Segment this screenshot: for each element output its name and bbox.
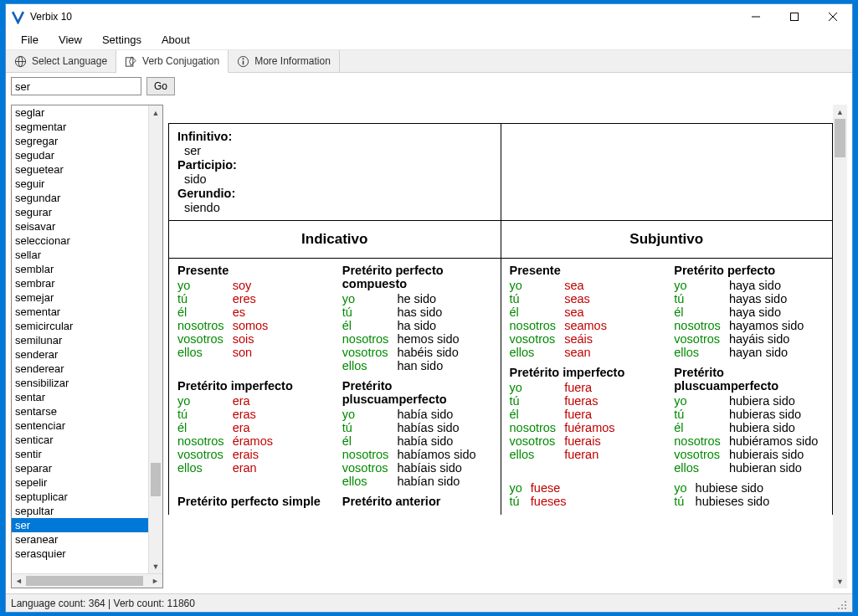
tense-block: Pretérito imperfectoyoeratúeraséleranoso… — [177, 379, 327, 488]
pronoun: vosotros — [342, 346, 398, 359]
close-button[interactable] — [814, 4, 852, 29]
tab-label: Select Language — [32, 55, 107, 67]
verb-form: habías sido — [397, 421, 475, 434]
statusbar: Language count: 364 | Verb count: 11860 — [6, 593, 852, 612]
verb-form: somos — [233, 319, 269, 332]
tense-title: Pretérito perfecto — [674, 264, 824, 277]
scroll-up-icon[interactable]: ▲ — [149, 105, 162, 120]
list-item[interactable]: seleccionar — [12, 234, 148, 248]
verb-form: habían sido — [397, 475, 475, 488]
menu-view[interactable]: View — [50, 32, 90, 48]
pronoun: él — [510, 305, 565, 319]
list-item[interactable]: serasquier — [12, 547, 148, 561]
go-button[interactable]: Go — [146, 77, 175, 95]
menu-settings[interactable]: Settings — [94, 32, 150, 48]
tense-block: Pretérito imperfectoyofueratúfuerasélfue… — [510, 366, 660, 475]
list-item[interactable]: semicircular — [12, 319, 148, 333]
verb-form: seas — [564, 292, 607, 305]
verb-form: habíais sido — [397, 461, 475, 475]
titlebar[interactable]: Verbix 10 — [6, 4, 852, 29]
list-item[interactable]: segregar — [12, 134, 148, 148]
list-item[interactable]: sentir — [12, 447, 148, 461]
list-item[interactable]: ser — [12, 518, 148, 532]
list-item[interactable]: sentar — [12, 390, 148, 404]
list-item[interactable]: sellar — [12, 248, 148, 262]
menu-about[interactable]: About — [153, 32, 198, 48]
scroll-thumb[interactable] — [835, 119, 845, 157]
gerundio-label: Gerundio: — [177, 187, 235, 200]
list-item[interactable]: septuplicar — [12, 490, 148, 504]
conjugation-pane: Infinitivo: ser Participio: sido Gerundi… — [168, 105, 847, 588]
scroll-right-icon[interactable]: ► — [148, 574, 162, 588]
list-item[interactable]: senticar — [12, 433, 148, 447]
verb-form: hubiese sido — [696, 481, 770, 495]
pronoun: vosotros — [674, 448, 729, 461]
tab-more-information[interactable]: More Information — [229, 50, 340, 72]
list-item[interactable]: sementar — [12, 305, 148, 319]
pronoun: vosotros — [342, 461, 398, 475]
minimize-button[interactable] — [737, 4, 775, 29]
svg-point-15 — [841, 608, 843, 609]
list-item[interactable]: sentarse — [12, 404, 148, 418]
pronoun: tú — [674, 292, 729, 305]
verb-form: soy — [233, 279, 269, 292]
verb-form: haya sido — [729, 279, 804, 292]
scroll-thumb[interactable] — [151, 463, 161, 496]
list-item[interactable]: sepelir — [12, 475, 148, 490]
list-item[interactable]: separar — [12, 461, 148, 475]
list-item[interactable]: segurar — [12, 205, 148, 219]
list-item[interactable]: sepultar — [12, 504, 148, 518]
tense-block: Pretérito anterior — [342, 495, 492, 510]
list-item[interactable]: seranear — [12, 532, 148, 547]
list-item[interactable]: senderar — [12, 347, 148, 362]
list-item[interactable]: segudar — [12, 148, 148, 162]
verblist-hscroll[interactable]: ◄ ► — [12, 573, 162, 588]
list-item[interactable]: semblar — [12, 262, 148, 276]
maximize-button[interactable] — [775, 4, 814, 29]
scroll-thumb[interactable] — [26, 576, 143, 586]
list-item[interactable]: semilunar — [12, 333, 148, 347]
mood-indicativo: Indicativo — [177, 226, 492, 253]
pronoun: él — [177, 305, 233, 319]
pronoun: vosotros — [177, 448, 233, 461]
scroll-down-icon[interactable]: ▼ — [149, 559, 162, 573]
resize-grip-icon[interactable] — [834, 597, 847, 610]
list-item[interactable]: seguetear — [12, 162, 148, 177]
list-item[interactable]: senderear — [12, 362, 148, 376]
tab-select-language[interactable]: Select Language — [6, 50, 116, 72]
list-item[interactable]: seguir — [12, 177, 148, 191]
menu-file[interactable]: File — [13, 32, 47, 48]
list-item[interactable]: seglar — [12, 105, 148, 120]
scroll-up-icon[interactable]: ▲ — [833, 105, 847, 119]
pronoun: nosotros — [674, 319, 729, 332]
list-item[interactable]: sentenciar — [12, 418, 148, 433]
pronoun: yo — [510, 279, 565, 292]
list-item[interactable]: segundar — [12, 191, 148, 205]
list-item[interactable]: segmentar — [12, 120, 148, 134]
verb-form: seamos — [564, 319, 607, 332]
svg-point-9 — [243, 58, 244, 59]
tense-block: Presenteyosoytúeresélesnosotrossomosvoso… — [177, 264, 327, 372]
participio-value: sido — [184, 172, 492, 186]
tab-verb-conjugation[interactable]: Verb Conjugation — [116, 50, 229, 73]
verb-input[interactable] — [11, 77, 141, 95]
pronoun: tú — [510, 495, 531, 508]
verb-form: eres — [233, 292, 269, 305]
edit-icon — [125, 55, 137, 68]
main-vscroll[interactable]: ▲ ▼ — [833, 105, 847, 588]
verb-form: hubiera sido — [729, 394, 818, 408]
verb-form: fueras — [564, 394, 614, 408]
info-icon — [237, 55, 249, 68]
list-item[interactable]: sensibilizar — [12, 376, 148, 390]
list-item[interactable]: seisavar — [12, 219, 148, 234]
list-item[interactable]: sembrar — [12, 276, 148, 290]
verb-form: fuera — [564, 381, 614, 394]
scroll-left-icon[interactable]: ◄ — [12, 574, 26, 588]
verb-form: había sido — [397, 434, 475, 448]
list-item[interactable]: semejar — [12, 290, 148, 305]
verb-form: habíamos sido — [397, 448, 475, 461]
pronoun: vosotros — [510, 332, 565, 346]
scroll-down-icon[interactable]: ▼ — [833, 574, 847, 588]
verblist-vscroll[interactable]: ▲ ▼ — [148, 105, 162, 573]
tense-title: Pretérito imperfecto — [510, 366, 660, 379]
